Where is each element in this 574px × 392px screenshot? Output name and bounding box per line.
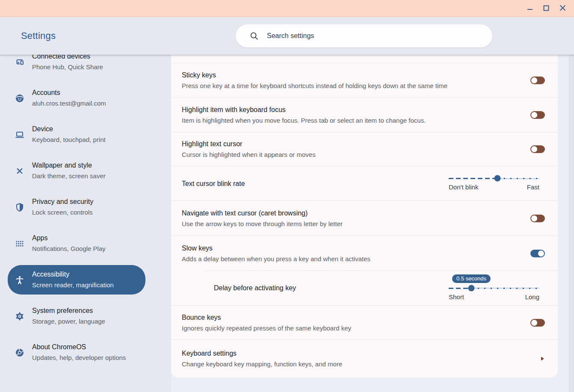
sidebar-item-sublabel: Storage, power, language bbox=[32, 316, 105, 327]
bounce-keys-toggle[interactable] bbox=[530, 319, 545, 327]
maximize-button[interactable] bbox=[538, 2, 554, 15]
sidebar-item-label: System preferences bbox=[32, 306, 105, 316]
row-subtitle: Change keyboard key mapping, function ke… bbox=[182, 359, 342, 369]
slider-max-label: Long bbox=[525, 292, 539, 302]
sidebar-item-label: Privacy and security bbox=[32, 197, 93, 207]
minimize-icon bbox=[527, 5, 533, 13]
row-slow-keys: Slow keys Adds a delay between when you … bbox=[171, 236, 558, 271]
row-subtitle: Press one key at a time for keyboard sho… bbox=[182, 80, 447, 91]
settings-main: Sticky keys Press one key at a time for … bbox=[171, 55, 574, 392]
laptop-icon bbox=[15, 130, 25, 140]
sidebar-item-device[interactable]: Device Keyboard, touchpad, print bbox=[8, 120, 145, 149]
close-icon bbox=[559, 4, 566, 13]
sidebar-nav: Connected devices Phone Hub, Quick Share… bbox=[0, 55, 171, 392]
highlight-text-cursor-toggle[interactable] bbox=[530, 145, 545, 153]
search-icon bbox=[249, 31, 259, 41]
caret-browsing-toggle[interactable] bbox=[530, 215, 545, 222]
sidebar-item-sublabel: Phone Hub, Quick Share bbox=[32, 62, 103, 72]
slider-value-badge: 0.5 seconds bbox=[452, 274, 491, 283]
devices-icon bbox=[15, 57, 25, 67]
sidebar-item-label: About ChromeOS bbox=[32, 342, 126, 352]
row-subtitle: Cursor is highlighted when it appears or… bbox=[182, 149, 316, 160]
accessibility-icon bbox=[15, 275, 25, 285]
row-bounce-keys: Bounce keys Ignores quickly repeated pre… bbox=[171, 306, 558, 340]
maximize-icon bbox=[543, 5, 550, 13]
row-title: Text cursor blink rate bbox=[182, 178, 245, 189]
row-keyboard-settings[interactable]: Keyboard settings Change keyboard key ma… bbox=[171, 340, 558, 377]
slider-knob[interactable] bbox=[494, 175, 501, 182]
search-bar[interactable] bbox=[236, 24, 492, 47]
row-title: Keyboard settings bbox=[182, 348, 342, 359]
highlight-keyboard-focus-toggle[interactable] bbox=[530, 111, 545, 119]
row-title: Delay before activating key bbox=[214, 283, 296, 293]
row-sticky-keys: Sticky keys Press one key at a time for … bbox=[171, 63, 558, 98]
chrome-icon bbox=[15, 348, 25, 358]
row-title: Bounce keys bbox=[182, 312, 351, 323]
toggle-knob bbox=[531, 215, 537, 221]
row-subtitle: Adds a delay between when you press a ke… bbox=[182, 253, 370, 264]
sidebar-item-privacy[interactable]: Privacy and security Lock screen, contro… bbox=[8, 192, 145, 222]
sidebar-item-sublabel: Keyboard, touchpad, print bbox=[32, 134, 106, 145]
slow-keys-toggle[interactable] bbox=[530, 250, 545, 257]
scrollbar-track[interactable] bbox=[569, 55, 574, 392]
sidebar-list: Connected devices Phone Hub, Quick Share… bbox=[0, 55, 171, 367]
row-subtitle: Use the arrow keys to move through items… bbox=[182, 218, 343, 229]
gear-icon bbox=[15, 311, 25, 321]
sidebar-item-accessibility[interactable]: Accessibility Screen reader, magnificati… bbox=[8, 265, 145, 295]
row-title: Highlight text cursor bbox=[182, 139, 316, 149]
row-highlight-text-cursor: Highlight text cursor Cursor is highligh… bbox=[171, 133, 558, 166]
sidebar-item-label: Wallpaper and style bbox=[32, 160, 106, 171]
row-subtitle: Item is highlighted when you move focus.… bbox=[182, 115, 426, 126]
sidebar-item-apps[interactable]: Apps Notifications, Google Play bbox=[8, 229, 145, 258]
toggle-knob bbox=[531, 112, 537, 118]
row-caret-browsing: Navigate with text cursor (caret browsin… bbox=[171, 201, 558, 236]
chevron-right-icon bbox=[540, 356, 545, 362]
sidebar-item-sublabel: Screen reader, magnification bbox=[32, 280, 114, 290]
sidebar-item-label: Apps bbox=[32, 233, 106, 243]
minimize-button[interactable] bbox=[522, 2, 538, 15]
row-title: Highlight item with keyboard focus bbox=[182, 104, 426, 115]
search-input[interactable] bbox=[267, 32, 472, 40]
sidebar-item-label: Device bbox=[32, 124, 106, 134]
slider-knob[interactable] bbox=[468, 285, 475, 291]
sticky-keys-toggle[interactable] bbox=[530, 77, 545, 84]
toggle-knob bbox=[531, 77, 537, 83]
sidebar-item-label: Accounts bbox=[32, 88, 106, 98]
account-icon bbox=[15, 93, 25, 103]
slider-track[interactable] bbox=[449, 175, 539, 182]
sidebar-item-label: Accessibility bbox=[32, 269, 114, 280]
slider-min-label: Short bbox=[449, 292, 464, 302]
sidebar-item-sublabel: Updates, help, developer options bbox=[32, 352, 126, 363]
keyboard-accessibility-card: Sticky keys Press one key at a time for … bbox=[171, 55, 558, 377]
row-title: Sticky keys bbox=[182, 70, 447, 80]
sidebar-item-system-preferences[interactable]: System preferences Storage, power, langu… bbox=[8, 301, 145, 331]
settings-header: Settings bbox=[0, 17, 574, 55]
scrolled-row-remnant bbox=[171, 55, 558, 63]
toggle-knob bbox=[531, 320, 537, 326]
slider-min-label: Don't blink bbox=[449, 183, 479, 192]
toggle-knob bbox=[538, 251, 544, 256]
close-button[interactable] bbox=[554, 2, 571, 15]
sidebar-item-label: Connected devices bbox=[32, 55, 103, 62]
row-highlight-keyboard-focus: Highlight item with keyboard focus Item … bbox=[171, 98, 558, 133]
page-title: Settings bbox=[21, 30, 56, 41]
delay-slider: 0.5 seconds Short Long bbox=[449, 274, 539, 302]
blink-rate-slider: Don't blink Fast bbox=[449, 175, 539, 192]
sidebar-item-wallpaper[interactable]: Wallpaper and style Dark theme, screen s… bbox=[8, 156, 145, 186]
sidebar-item-accounts[interactable]: Accounts aluh.cros.test@gmail.com bbox=[8, 83, 145, 113]
slider-track[interactable] bbox=[449, 285, 539, 292]
slider-max-label: Fast bbox=[527, 183, 539, 192]
sidebar-item-sublabel: Notifications, Google Play bbox=[32, 243, 106, 254]
row-text-cursor-blink-rate: Text cursor blink rate Don't blink Fast bbox=[171, 166, 558, 201]
sidebar-item-sublabel: aluh.cros.test@gmail.com bbox=[32, 98, 106, 109]
row-slow-keys-delay: Delay before activating key 0.5 seconds … bbox=[171, 271, 558, 306]
row-subtitle: Ignores quickly repeated presses of the … bbox=[182, 323, 351, 333]
window-titlebar bbox=[0, 0, 574, 17]
shield-icon bbox=[15, 202, 25, 212]
sidebar-item-connected-devices[interactable]: Connected devices Phone Hub, Quick Share bbox=[8, 55, 145, 77]
apps-grid-icon bbox=[15, 239, 25, 249]
sidebar-item-sublabel: Lock screen, controls bbox=[32, 207, 93, 218]
sidebar-item-sublabel: Dark theme, screen saver bbox=[32, 171, 106, 181]
wallpaper-icon bbox=[15, 166, 25, 176]
sidebar-item-about-chromeos[interactable]: About ChromeOS Updates, help, developer … bbox=[8, 338, 145, 367]
